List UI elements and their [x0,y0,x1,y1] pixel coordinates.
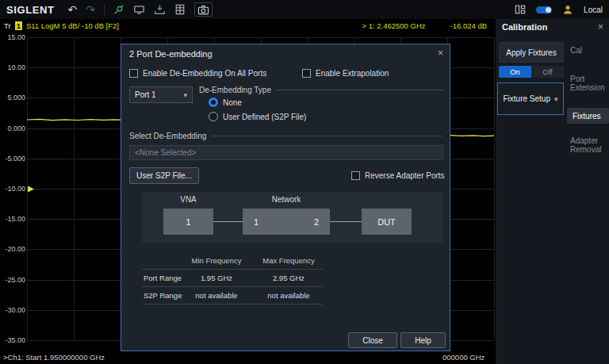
marker-amplitude-readout: -16.024 dB [450,21,487,30]
type-none-radio[interactable]: None [209,98,242,107]
network-label: Network [243,195,330,204]
network-topology-diagram: VNA Network 1 1 2 DUT [142,192,443,243]
group-title-text: Select De-Embedding [129,132,206,140]
trace-settings-label[interactable]: S11 LogM 5 dB/ -10 dB [F2] [26,21,119,30]
toggle-knob [546,7,551,13]
help-button[interactable]: Help [400,332,446,348]
calibration-panel: Calibration × Apply Fixtures On Off Fixt… [496,19,609,364]
table-cell: 1.95 GHz [183,274,250,282]
y-axis-tick: -25.00 [2,275,25,285]
layout-icon[interactable] [515,2,526,17]
vna-label: VNA [163,195,213,204]
fixtures-off-button[interactable]: Off [531,66,564,78]
connector-line [330,221,362,222]
y-axis-tick: -15.00 [2,214,25,224]
table-separator [142,286,323,287]
toolbar-right-group: Local [515,2,603,17]
port-select[interactable]: Port 1 ▾ [129,86,193,103]
port-select-value: Port 1 [135,90,156,99]
checkbox-box[interactable] [302,69,311,78]
select-deembedding-group-title: Select De-Embedding [129,132,443,140]
fixture-setup-button[interactable]: Fixture Setup ▾ [497,82,564,115]
vna-node: 1 [163,209,213,235]
dialog-close-icon[interactable]: × [438,48,443,59]
tab-port-extension[interactable]: Port Extension [570,75,607,92]
checkbox-label: Enable Extrapolation [316,69,389,78]
max-frequency-header: Max Frequency [253,256,324,265]
channel-stop-label: 000000 GHz [442,353,485,362]
apply-fixtures-button[interactable]: Apply Fixtures [499,42,564,63]
toolbar-divider [104,4,105,15]
selected-s2p-file-field[interactable]: <None Selected> [129,145,443,160]
y-axis-tick: -10.00 [2,184,25,193]
dut-node: DUT [362,209,412,235]
trace-number-badge[interactable]: 1 [15,21,22,30]
y-axis-tick: 0.000 [2,124,25,133]
table-cell: 2.95 GHz [253,274,324,282]
table-cell: not available [253,291,324,300]
y-axis-tick: 15.00 [2,33,25,42]
radio-label: User Defined (S2P File) [223,113,306,121]
checkbox-box[interactable] [129,69,138,78]
network-port-1: 1 [254,217,259,227]
undo-icon[interactable]: ↶ [68,2,78,17]
y-axis-tick: -20.00 [2,244,25,254]
vna-port-number: 1 [186,217,190,227]
y-axis-tick: -5.000 [2,154,25,163]
local-mode-label[interactable]: Local [584,6,603,14]
table-row-name: Port Range [144,274,182,282]
radio-button[interactable] [209,98,218,107]
trace-segment-right [450,136,494,136]
network-port-2: 2 [314,217,319,227]
enable-extrapolation-checkbox[interactable]: Enable Extrapolation [302,69,389,78]
type-user-defined-radio[interactable]: User Defined (S2P File) [209,112,306,121]
trace-bar: Tr 1 S11 LogM 5 dB/ -10 dB [F2] > 1: 2.4… [0,19,496,33]
redo-icon[interactable]: ↷ [86,2,95,17]
y-axis-tick: -35.00 [2,335,25,345]
checkbox-label: Reverse Adapter Ports [365,171,445,180]
probe-cal-icon[interactable] [113,2,124,17]
top-toolbar: SIGLENT ↶ ↷ Local [0,0,609,19]
remote-toggle[interactable] [536,6,552,13]
user-icon[interactable] [562,2,573,17]
tab-cal[interactable]: Cal [570,46,607,55]
tab-fixtures[interactable]: Fixtures [567,108,609,124]
y-axis-tick: 10.00 [2,63,25,72]
dialog-title: 2 Port De-embedding [129,49,213,59]
table-separator [142,269,323,270]
tab-adapter-removal[interactable]: Adapter Removal [570,136,607,154]
reverse-adapter-ports-checkbox[interactable]: Reverse Adapter Ports [351,171,445,180]
radio-label: None [223,98,242,107]
chevron-down-icon: ▾ [554,95,558,103]
radio-button[interactable] [209,112,218,121]
panel-close-icon[interactable]: × [598,21,603,33]
user-s2p-file-button[interactable]: User S2P File... [129,167,199,184]
display-icon[interactable] [133,2,145,17]
chevron-down-icon: ▾ [183,91,187,99]
network-node: 1 2 [243,209,330,235]
min-frequency-header: Min Frequency [183,256,250,265]
marker-frequency-readout: > 1: 2.462500 GHz [362,21,426,30]
group-title-rule [277,90,443,90]
siglent-logo: SIGLENT [6,4,55,16]
table-separator [142,304,323,305]
checkbox-label: Enable De-Embedding On All Ports [143,69,266,78]
group-title-rule [212,136,443,136]
enable-all-ports-checkbox[interactable]: Enable De-Embedding On All Ports [129,69,266,78]
panel-title: Calibration [502,22,547,32]
connector-line [213,221,243,222]
dut-label: DUT [377,217,396,227]
fixtures-on-button[interactable]: On [499,66,531,78]
deembedding-dialog: 2 Port De-embedding × Enable De-Embeddin… [121,44,450,351]
file-manager-icon[interactable] [174,2,186,17]
screenshot-camera-icon[interactable] [194,2,213,17]
table-row-name: S2P Range [144,291,182,300]
save-icon[interactable] [154,2,166,17]
close-button[interactable]: Close [348,332,397,348]
group-title-text: De-Embedding Type [199,86,271,94]
y-axis-tick: -30.00 [2,305,25,315]
channel-start-label: >Ch1: Start 1.950000000 GHz [3,353,105,362]
trace-number-label[interactable]: Tr [4,21,11,30]
table-cell: not available [183,291,250,300]
checkbox-box[interactable] [351,171,360,180]
